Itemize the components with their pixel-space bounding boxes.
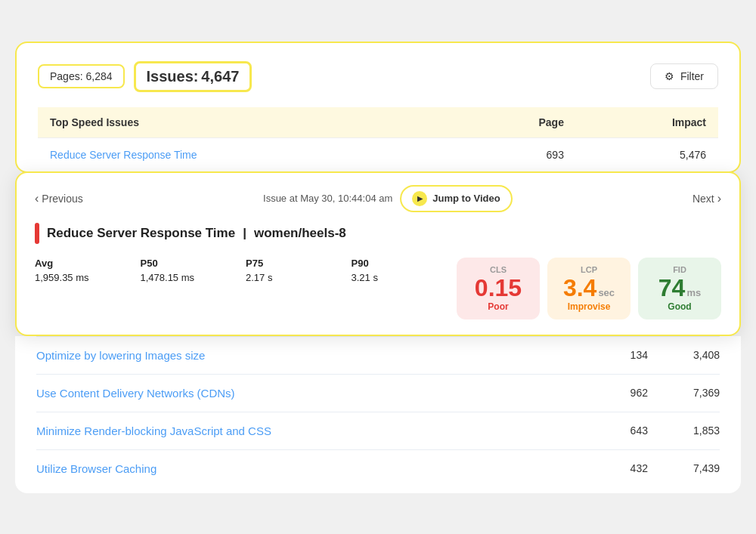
title-separator: | [243,226,246,241]
p75-label: P75 [246,258,336,269]
p50-label: P50 [141,258,231,269]
col-header-impact: Impact [576,107,718,138]
score-card-cls: CLS 0.15 Poor [457,258,540,319]
impact-val-5: 7,439 [693,462,720,474]
fid-value-row: 74 ms [658,276,701,300]
table-row: Optimize by lowering Images size 134 3,4… [36,336,720,374]
detail-path: women/heels-8 [254,226,346,241]
metric-avg: Avg 1,959.35 ms [35,258,125,319]
metric-p75: P75 2.17 s [246,258,336,319]
fid-unit: ms [686,287,701,298]
impact-val-3: 7,369 [693,387,720,399]
issue-link-3[interactable]: Use Content Delivery Networks (CDNs) [36,387,235,400]
top-card: Pages: 6,284 Issues: 4,647 ⚙ Filter Top … [15,42,741,173]
page-val-5: 432 [631,462,648,474]
timestamp-text: Issue at May 30, 10:44:04 am [263,193,392,204]
impact-val-2: 3,408 [693,349,720,361]
page-val-3: 962 [631,387,648,399]
left-arrow-icon: ‹ [35,192,39,205]
issues-badge: Issues: 4,647 [134,61,253,92]
jump-to-video-button[interactable]: ▶ Jump to Video [400,185,512,212]
top-card-header: Pages: 6,284 Issues: 4,647 ⚙ Filter [38,61,718,92]
row-values: 962 7,369 [631,387,720,399]
detail-title: Reduce Server Response Time | women/heel… [35,223,721,244]
bottom-rows: Optimize by lowering Images size 134 3,4… [15,336,741,493]
score-cards: CLS 0.15 Poor LCP 3.4 sec Improvise [457,258,721,319]
row-values: 432 7,439 [631,462,720,474]
avg-metrics: Avg 1,959.35 ms P50 1,478.15 ms P75 2.17… [35,258,442,319]
filter-icon: ⚙ [665,70,674,82]
play-icon: ▶ [412,191,427,206]
table-row: Minimize Render-blocking JavaScript and … [36,412,720,449]
red-indicator [35,223,39,244]
issue-link-1[interactable]: Reduce Server Response Time [50,149,197,161]
issue-cell: Reduce Server Response Time [38,137,455,171]
table-header-row: Top Speed Issues Page Impact [38,107,718,138]
previous-button[interactable]: ‹ Previous [35,192,83,205]
lcp-header: LCP [581,265,597,274]
avg-label: Avg [35,258,125,269]
issue-link-5[interactable]: Utilize Browser Caching [36,462,156,475]
detail-card: ‹ Previous Issue at May 30, 10:44:04 am … [15,171,741,336]
metric-p50: P50 1,478.15 ms [141,258,231,319]
p50-value: 1,478.15 ms [141,272,231,283]
right-arrow-icon: › [717,192,721,205]
p90-value: 3.21 s [352,272,442,283]
next-label: Next [692,193,714,205]
col-header-issue: Top Speed Issues [38,107,455,138]
issue-link-4[interactable]: Minimize Render-blocking JavaScript and … [36,424,271,437]
metrics-row: Avg 1,959.35 ms P50 1,478.15 ms P75 2.17… [35,258,721,319]
impact-cell-1: 5,476 [576,137,718,171]
pages-badge: Pages: 6,284 [38,64,125,88]
previous-label: Previous [42,193,82,205]
avg-value: 1,959.35 ms [35,272,125,283]
score-card-lcp: LCP 3.4 sec Improvise [547,258,631,319]
page-cell-1: 693 [455,137,576,171]
row-values: 134 3,408 [631,349,720,361]
page-val-2: 134 [631,349,648,361]
issues-table: Top Speed Issues Page Impact Reduce Serv… [38,107,718,171]
lcp-status: Improvise [568,301,611,312]
cls-value-row: 0.15 [475,276,522,300]
lcp-number: 3.4 [563,276,596,300]
top-card-stats: Pages: 6,284 Issues: 4,647 [38,61,252,92]
cls-status: Poor [488,301,508,312]
p75-value: 2.17 s [246,272,336,283]
score-card-fid: FID 74 ms Good [638,258,721,319]
table-row: Utilize Browser Caching 432 7,439 [36,449,720,493]
issue-timestamp-area: Issue at May 30, 10:44:04 am ▶ Jump to V… [263,185,513,212]
fid-number: 74 [658,276,686,300]
fid-header: FID [673,265,686,274]
fid-status: Good [668,301,691,312]
impact-val-4: 1,853 [693,424,720,437]
page-val-4: 643 [631,424,648,437]
cls-header: CLS [490,265,507,274]
next-button[interactable]: Next › [692,192,721,205]
filter-label: Filter [680,70,704,82]
lcp-unit: sec [598,287,615,298]
issue-link-2[interactable]: Optimize by lowering Images size [36,349,205,362]
table-row: Reduce Server Response Time 693 5,476 [38,137,718,171]
row-values: 643 1,853 [631,424,720,437]
lcp-value-row: 3.4 sec [563,276,615,300]
page-wrapper: Pages: 6,284 Issues: 4,647 ⚙ Filter Top … [15,42,741,493]
col-header-page: Page [455,107,576,138]
filter-button[interactable]: ⚙ Filter [650,63,718,89]
cls-number: 0.15 [475,276,522,300]
detail-nav: ‹ Previous Issue at May 30, 10:44:04 am … [35,185,721,212]
jump-video-label: Jump to Video [432,193,500,204]
metric-p90: P90 3.21 s [352,258,442,319]
p90-label: P90 [352,258,442,269]
table-row: Use Content Delivery Networks (CDNs) 962… [36,374,720,412]
issues-count: 4,647 [201,68,239,85]
detail-issue-name: Reduce Server Response Time [47,226,235,241]
issues-label: Issues: [147,68,199,85]
